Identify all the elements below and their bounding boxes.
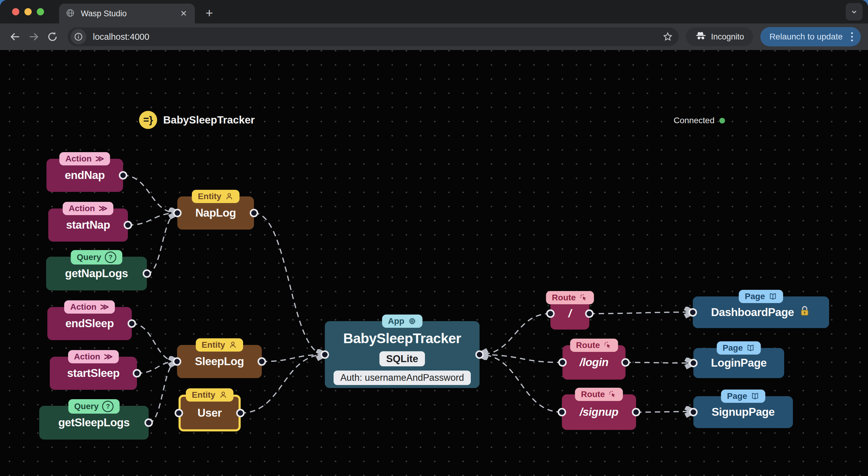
- node-action-endnap[interactable]: Action ≫ endNap: [46, 159, 123, 192]
- node-type-badge: Route: [546, 291, 594, 304]
- reload-icon[interactable]: [44, 29, 60, 44]
- node-type-badge: App: [382, 314, 422, 328]
- node-app-babysleeptracker[interactable]: App BabySleepTracker SQLite Auth: userna…: [325, 321, 479, 388]
- close-window-button[interactable]: [12, 8, 19, 15]
- node-page-loginpage[interactable]: Page LoginPage: [693, 348, 784, 378]
- node-page-signuppage[interactable]: Page SignupPage: [693, 396, 793, 428]
- handle-left[interactable]: [689, 408, 698, 416]
- node-type-badge: Action ≫: [64, 300, 115, 314]
- relaunch-to-update-button[interactable]: Relaunch to update: [760, 27, 861, 46]
- db-pill: SQLite: [379, 351, 425, 366]
- handle-right[interactable]: [128, 319, 136, 328]
- badge-label: Route: [552, 293, 576, 303]
- node-entity-sleeplog[interactable]: Entity SleepLog: [177, 345, 262, 378]
- node-type-badge: Page: [717, 341, 761, 354]
- handle-right[interactable]: [124, 221, 132, 229]
- new-tab-button[interactable]: +: [202, 5, 217, 21]
- handle-left[interactable]: [173, 357, 181, 366]
- handle-left[interactable]: [320, 350, 329, 359]
- handle-right[interactable]: [236, 409, 245, 417]
- zoom-window-button[interactable]: [37, 8, 44, 15]
- person-icon: [225, 192, 234, 201]
- handle-left[interactable]: [546, 309, 555, 318]
- node-page-dashboardpage[interactable]: Page DashboardPage: [693, 297, 829, 328]
- handle-right[interactable]: [585, 309, 593, 318]
- person-icon: [228, 341, 237, 349]
- handle-left[interactable]: [558, 408, 566, 416]
- tab-search-chevron-icon[interactable]: [846, 3, 863, 21]
- book-icon: [769, 292, 777, 301]
- node-query-getnaplogs[interactable]: Query ? getNapLogs: [46, 257, 147, 291]
- node-label: NapLog: [195, 207, 236, 219]
- auth-pill: Auth: usernameAndPassword: [334, 371, 470, 385]
- badge-label: Entity: [202, 340, 225, 350]
- lock-icon: [798, 305, 811, 320]
- tab-close-icon[interactable]: ✕: [179, 8, 188, 19]
- handle-left[interactable]: [558, 358, 567, 367]
- handle-right[interactable]: [133, 369, 141, 377]
- connection-status: Connected: [674, 116, 725, 125]
- badge-label: Page: [723, 343, 743, 353]
- node-type-badge: Route: [575, 388, 623, 401]
- node-route-login[interactable]: Route /login: [562, 345, 625, 380]
- node-type-badge: Entity: [192, 190, 240, 203]
- node-type-badge: Page: [739, 290, 783, 303]
- handle-right[interactable]: [475, 350, 484, 359]
- badge-label: Entity: [198, 191, 221, 202]
- browser-menu-kebab-icon[interactable]: [849, 32, 855, 41]
- node-label: endSleep: [65, 317, 114, 330]
- handle-right[interactable]: [145, 418, 153, 427]
- site-info-icon[interactable]: [70, 29, 86, 44]
- back-icon[interactable]: [7, 29, 23, 44]
- minimize-window-button[interactable]: [25, 8, 32, 15]
- status-dot-icon: [719, 118, 725, 124]
- handle-left[interactable]: [689, 359, 698, 367]
- handle-right[interactable]: [621, 358, 630, 367]
- browser-toolbar: localhost:4000 Incognito Relaunch to upd…: [0, 24, 868, 50]
- node-action-startsleep[interactable]: Action ≫ startSleep: [50, 357, 137, 390]
- query-question-icon: ?: [105, 251, 116, 263]
- badge-label: Query: [74, 401, 99, 411]
- address-bar[interactable]: localhost:4000: [67, 27, 679, 46]
- browser-tab[interactable]: Wasp Studio ✕: [59, 4, 195, 24]
- node-action-startnap[interactable]: Action ≫ startNap: [48, 208, 128, 242]
- url-text[interactable]: localhost:4000: [93, 32, 660, 42]
- handle-left[interactable]: [173, 209, 182, 217]
- node-route-signup[interactable]: Route /signup: [562, 394, 636, 430]
- node-query-getsleeplogs[interactable]: Query ? getSleepLogs: [39, 406, 149, 440]
- node-type-badge: Entity: [196, 338, 243, 351]
- node-type-badge: Query ?: [68, 399, 120, 414]
- tab-strip: Wasp Studio ✕ +: [0, 0, 868, 24]
- handle-right[interactable]: [632, 408, 640, 416]
- wasp-logo-icon: =}: [139, 111, 157, 129]
- page-title: BabySleepTracker: [163, 114, 255, 126]
- handle-right[interactable]: [257, 357, 266, 366]
- bookmark-star-icon[interactable]: [660, 29, 676, 44]
- node-label: BabySleepTracker: [343, 330, 461, 346]
- node-label: /signup: [580, 406, 618, 418]
- relaunch-label: Relaunch to update: [769, 32, 843, 42]
- action-chevrons-icon: ≫: [99, 203, 107, 214]
- handle-right[interactable]: [250, 209, 258, 217]
- node-label: startNap: [66, 219, 110, 231]
- handle-right[interactable]: [143, 269, 151, 278]
- action-chevrons-icon: ≫: [104, 351, 113, 362]
- action-chevrons-icon: ≫: [95, 154, 104, 164]
- window-controls: [12, 8, 44, 15]
- badge-label: Route: [576, 340, 600, 350]
- node-entity-naplog[interactable]: Entity NapLog: [177, 196, 254, 230]
- node-entity-user[interactable]: Entity User: [179, 395, 241, 432]
- handle-left[interactable]: [175, 409, 183, 417]
- studio-header: =} BabySleepTracker: [139, 111, 255, 129]
- badge-label: Page: [727, 391, 747, 401]
- forward-icon[interactable]: [26, 29, 42, 44]
- badge-label: Action: [74, 351, 100, 362]
- handle-left[interactable]: [688, 308, 697, 317]
- handle-right[interactable]: [119, 171, 127, 179]
- badge-label: Entity: [192, 390, 215, 400]
- node-route-root[interactable]: Route /: [550, 298, 589, 330]
- badge-label: Action: [69, 203, 95, 214]
- badge-label: Action: [70, 302, 96, 312]
- wasp-studio-canvas[interactable]: =} BabySleepTracker Connected: [0, 50, 868, 476]
- node-action-endsleep[interactable]: Action ≫ endSleep: [48, 307, 132, 340]
